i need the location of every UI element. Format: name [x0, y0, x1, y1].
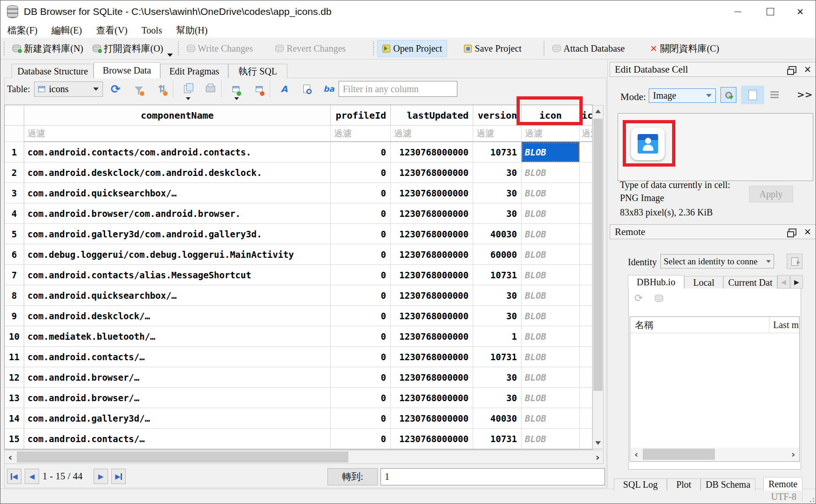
cell-componentName[interactable]: com.android.browser/… [24, 367, 331, 388]
column-header-profileId[interactable]: profileId [331, 105, 391, 126]
cell-icon-blob[interactable]: BLOB [522, 429, 580, 449]
filter-cell-lastUpdated[interactable]: 過濾 [391, 126, 473, 142]
cell-componentName[interactable]: com.android.browser/… [24, 388, 331, 408]
scroll-right-button[interactable]: › [592, 450, 603, 464]
first-record-button[interactable]: ◀ [7, 469, 21, 484]
cell-version[interactable]: 10731 [473, 429, 522, 449]
menu-item-1[interactable]: 編輯(E) [44, 24, 89, 37]
filter-any-column-input[interactable] [339, 81, 457, 97]
apply-button[interactable]: Apply [749, 186, 793, 202]
cell-lastUpdated[interactable]: 1230768000000 [391, 183, 473, 203]
horizontal-scrollbar[interactable]: ‹ › [4, 450, 604, 464]
cell-partial[interactable] [580, 203, 592, 224]
filter-cell-version[interactable]: 過濾 [473, 126, 522, 142]
cell-lastUpdated[interactable]: 1230768000000 [391, 203, 473, 224]
cell-componentName[interactable]: com.debug.loggerui/com.debug.loggerui.Ma… [24, 244, 331, 265]
next-record-button[interactable]: ▶ [94, 469, 108, 484]
cell-icon-blob[interactable]: BLOB [522, 265, 580, 285]
copy-dropdown-icon[interactable] [186, 97, 190, 100]
print-button[interactable] [204, 81, 218, 96]
refresh-icon[interactable]: ⟳ [634, 292, 643, 304]
cell-profileId[interactable]: 0 [331, 285, 391, 306]
cell-lastUpdated[interactable]: 1230768000000 [391, 326, 473, 347]
cell-version[interactable]: 10731 [473, 347, 522, 367]
replace-button[interactable]: ba [322, 81, 336, 96]
identity-select[interactable]: Select an identity to conne [660, 254, 774, 269]
cell-partial[interactable] [580, 265, 592, 285]
cell-partial[interactable] [580, 285, 592, 306]
cell-version[interactable]: 40030 [473, 408, 522, 429]
menu-item-3[interactable]: Tools [135, 25, 169, 36]
cell-icon-blob[interactable]: BLOB [522, 183, 580, 203]
maximize-button[interactable] [757, 0, 784, 23]
cell-lastUpdated[interactable]: 1230768000000 [391, 224, 473, 244]
cell-icon-blob[interactable]: BLOB [522, 347, 580, 367]
cell-profileId[interactable]: 0 [331, 326, 391, 347]
cell-icon-blob-selected[interactable]: BLOB [522, 142, 580, 162]
cell-profileId[interactable]: 0 [331, 265, 391, 285]
insert-record-button[interactable] [229, 81, 243, 96]
cell-profileId[interactable]: 0 [331, 224, 391, 244]
cell-version[interactable]: 40030 [473, 224, 522, 244]
cell-profileId[interactable]: 0 [331, 367, 391, 388]
save-filter-button[interactable]: ⇅ [155, 81, 169, 96]
cell-lastUpdated[interactable]: 1230768000000 [391, 388, 473, 408]
cell-partial[interactable] [580, 429, 592, 449]
grid-corner-header[interactable] [5, 105, 24, 126]
resize-grip[interactable] [813, 501, 814, 502]
tab-scroll-left-button[interactable]: ◀ [777, 275, 790, 289]
export-data-button[interactable] [741, 86, 764, 104]
cell-componentName[interactable]: com.android.deskclock/… [24, 306, 331, 326]
cell-lastUpdated[interactable]: 1230768000000 [391, 408, 473, 429]
panel-splitter[interactable] [607, 60, 608, 488]
attach-database-button[interactable]: Attach Database [548, 40, 630, 57]
filter-cell-profileId[interactable]: 過濾 [331, 126, 391, 142]
cell-icon-blob[interactable]: BLOB [522, 326, 580, 347]
tab-browse-data[interactable]: Browse Data [94, 62, 160, 78]
remote-list-hscrollbar[interactable]: ‹ › [631, 448, 799, 461]
column-header-name[interactable]: 名稱 [630, 317, 769, 333]
cell-partial[interactable] [580, 244, 592, 265]
new-database-button[interactable]: 新建資料庫(N) [8, 40, 88, 58]
cell-icon-blob[interactable]: BLOB [522, 285, 580, 306]
import-data-button[interactable] [721, 87, 736, 103]
cell-partial[interactable] [580, 183, 592, 203]
menu-item-4[interactable]: 幫助(H) [169, 24, 215, 37]
cell-profileId[interactable]: 0 [331, 306, 391, 326]
tab-current-database[interactable]: Current Dat [723, 276, 777, 289]
cell-componentName[interactable]: com.android.gallery3d/com.android.galler… [24, 224, 331, 244]
vertical-scrollbar-thumb[interactable] [593, 119, 603, 391]
cell-partial[interactable] [580, 142, 592, 162]
close-button[interactable]: ✕ [787, 0, 814, 23]
filter-cell-partial[interactable]: 過濾 [580, 126, 592, 142]
scroll-up-button[interactable] [593, 106, 603, 117]
tab-db-schema[interactable]: DB Schema [700, 478, 755, 491]
copy-record-button[interactable] [180, 81, 194, 96]
cell-version[interactable]: 30 [473, 367, 522, 388]
cell-componentName[interactable]: com.mediatek.bluetooth/… [24, 326, 331, 347]
cell-partial[interactable] [580, 347, 592, 367]
tab-execute-sql[interactable]: 執行 SQL [228, 64, 287, 78]
cell-componentName[interactable]: com.android.contacts/… [24, 429, 331, 449]
open-database-dropdown-icon[interactable] [167, 54, 173, 57]
cell-profileId[interactable]: 0 [331, 429, 391, 449]
insert-dropdown-icon[interactable] [234, 97, 239, 100]
menu-item-0[interactable]: 檔案(F) [0, 24, 44, 37]
cell-lastUpdated[interactable]: 1230768000000 [391, 347, 473, 367]
encoding-label[interactable]: UTF-8 [771, 491, 802, 502]
filter-cell-icon[interactable]: 過濾 [522, 126, 580, 142]
cell-profileId[interactable]: 0 [331, 388, 391, 408]
cell-profileId[interactable]: 0 [331, 408, 391, 429]
cell-partial[interactable] [580, 408, 592, 429]
cell-partial[interactable] [580, 326, 592, 347]
cell-profileId[interactable]: 0 [331, 347, 391, 367]
scroll-down-button[interactable] [593, 437, 603, 449]
goto-record-button[interactable]: 轉到: [327, 468, 378, 485]
last-record-button[interactable]: ▶ [111, 469, 126, 484]
cell-componentName[interactable]: com.android.browser/com.android.browser. [24, 203, 331, 224]
cell-partial[interactable] [580, 162, 592, 183]
table-select[interactable]: icons [34, 81, 103, 97]
cell-icon-blob[interactable]: BLOB [522, 224, 580, 244]
cell-profileId[interactable]: 0 [331, 162, 391, 183]
tab-sql-log[interactable]: SQL Log [614, 478, 667, 491]
